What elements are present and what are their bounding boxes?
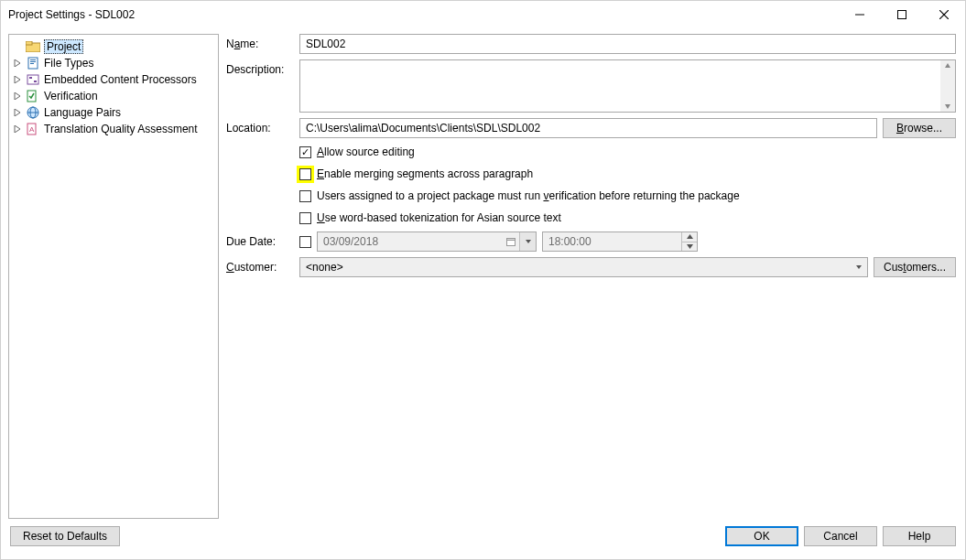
customer-select[interactable]: <none> <box>299 257 868 277</box>
scroll-indicator <box>940 59 956 113</box>
svg-marker-6 <box>15 59 20 67</box>
enable-merging-check[interactable]: Enable merging segments across paragraph <box>299 166 533 182</box>
svg-marker-29 <box>687 234 693 239</box>
dialog-body: Project File Types Embedded Content Proc <box>1 28 965 519</box>
minimize-button[interactable] <box>839 1 881 28</box>
tree-label: Embedded Content Processors <box>44 73 197 86</box>
verify-icon <box>26 89 40 103</box>
titlebar: Project Settings - SDL002 <box>1 1 965 28</box>
tree-item-language-pairs[interactable]: Language Pairs <box>11 104 216 121</box>
tree-item-verification[interactable]: Verification <box>11 88 216 104</box>
svg-marker-24 <box>945 63 950 68</box>
browse-button[interactable]: Browse... <box>883 118 956 138</box>
name-label: Name: <box>226 34 292 50</box>
due-date-enable-check[interactable] <box>299 236 311 248</box>
svg-rect-14 <box>34 81 37 82</box>
tree-item-project[interactable]: Project <box>11 38 216 55</box>
due-time-field[interactable] <box>542 232 698 252</box>
svg-marker-25 <box>945 104 950 109</box>
allow-source-editing-check[interactable]: Allow source editing <box>299 144 415 160</box>
check-label: Users assigned to a project package must… <box>317 189 740 202</box>
description-label: Description: <box>226 59 292 76</box>
svg-marker-17 <box>15 109 20 116</box>
svg-text:A: A <box>29 125 35 134</box>
svg-marker-21 <box>15 125 20 133</box>
svg-rect-27 <box>507 239 516 241</box>
check-label: Use word-based tokenization for Asian so… <box>317 211 561 224</box>
due-time-input[interactable] <box>542 232 698 252</box>
expander-icon[interactable] <box>13 108 22 117</box>
check-label: Enable merging segments across paragraph <box>317 167 533 180</box>
spin-down-icon[interactable] <box>681 242 697 252</box>
checkbox-icon <box>299 212 311 224</box>
form-panel: Name: Description: Location: <box>226 34 958 519</box>
time-spinner[interactable] <box>681 232 697 251</box>
ok-button[interactable]: OK <box>725 526 798 546</box>
help-button[interactable]: Help <box>883 526 956 546</box>
window-controls <box>839 1 965 28</box>
expander-icon[interactable] <box>13 59 22 68</box>
dialog-window: Project Settings - SDL002 Project <box>0 0 966 560</box>
quality-icon: A <box>26 122 40 136</box>
svg-marker-15 <box>15 92 20 100</box>
svg-rect-13 <box>29 77 32 79</box>
chevron-down-icon <box>851 258 867 276</box>
tree-item-file-types[interactable]: File Types <box>11 55 216 71</box>
tree-item-embedded-content[interactable]: Embedded Content Processors <box>11 71 216 88</box>
tree-label: Translation Quality Assessment <box>44 123 198 135</box>
svg-rect-5 <box>26 41 32 45</box>
expander-icon[interactable] <box>13 75 22 84</box>
blank-expander <box>13 42 22 51</box>
checkbox-icon <box>299 168 311 180</box>
expander-icon[interactable] <box>13 124 22 134</box>
spin-up-icon[interactable] <box>681 232 697 242</box>
svg-marker-11 <box>15 76 20 83</box>
svg-rect-1 <box>898 11 906 19</box>
location-label: Location: <box>226 118 292 135</box>
asian-tokenization-check[interactable]: Use word-based tokenization for Asian so… <box>299 210 561 226</box>
cancel-button[interactable]: Cancel <box>804 526 877 546</box>
customer-label: Customer: <box>226 257 292 274</box>
check-label: Allow source editing <box>317 145 415 158</box>
tree-label: Project <box>44 39 83 54</box>
close-button[interactable] <box>923 1 965 28</box>
location-input[interactable] <box>299 118 877 138</box>
settings-tree[interactable]: Project File Types Embedded Content Proc <box>8 34 219 519</box>
window-title: Project Settings - SDL002 <box>8 8 135 21</box>
description-input[interactable] <box>299 59 956 113</box>
tree-label: Verification <box>44 90 98 102</box>
maximize-button[interactable] <box>881 1 923 28</box>
svg-rect-12 <box>27 75 38 84</box>
tree-label: Language Pairs <box>44 106 121 119</box>
verification-required-check[interactable]: Users assigned to a project package must… <box>299 188 740 204</box>
svg-marker-28 <box>526 240 531 243</box>
folder-icon <box>26 39 40 54</box>
reset-defaults-button[interactable]: Reset to Defaults <box>10 526 120 546</box>
tree-label: File Types <box>44 57 93 70</box>
tree-item-tqa[interactable]: A Translation Quality Assessment <box>11 121 216 137</box>
due-date-label: Due Date: <box>226 232 292 248</box>
globe-icon <box>26 105 40 120</box>
dialog-footer: Reset to Defaults OK Cancel Help <box>1 519 965 559</box>
checkbox-icon <box>299 190 311 202</box>
calendar-icon <box>504 232 518 251</box>
name-input[interactable] <box>299 34 956 54</box>
checkbox-icon <box>299 146 311 158</box>
svg-marker-31 <box>856 265 862 269</box>
due-date-field[interactable] <box>317 232 537 252</box>
customers-button[interactable]: Customers... <box>874 257 956 277</box>
embed-icon <box>26 72 40 87</box>
chevron-down-icon[interactable] <box>519 232 536 251</box>
svg-rect-10 <box>30 63 34 64</box>
customer-value: <none> <box>306 261 343 274</box>
svg-rect-9 <box>30 61 36 62</box>
svg-marker-30 <box>687 244 693 249</box>
svg-rect-8 <box>30 59 36 60</box>
expander-icon[interactable] <box>13 92 22 101</box>
file-icon <box>26 56 40 70</box>
